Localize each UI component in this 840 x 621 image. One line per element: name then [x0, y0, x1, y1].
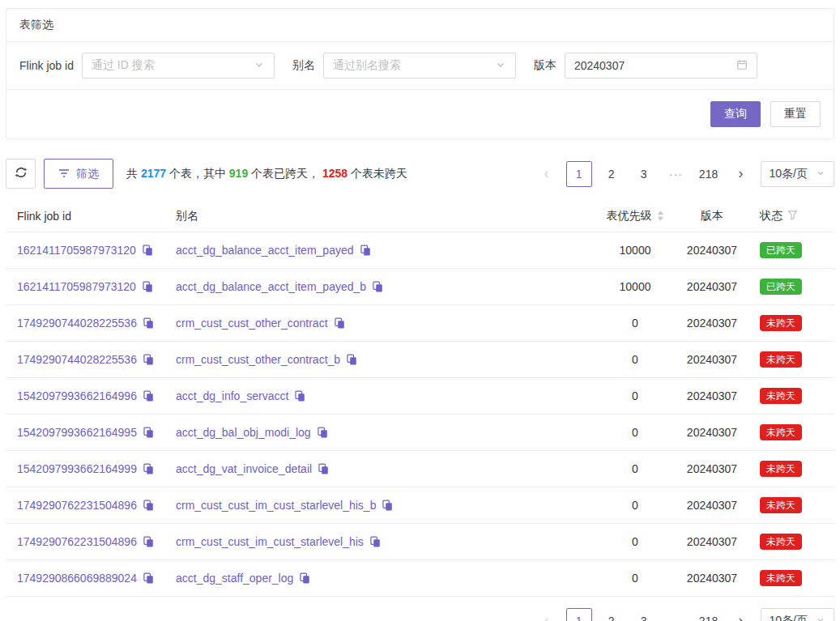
flink-job-id-link[interactable]: 1621411705987973120 — [17, 280, 136, 293]
pagination-page-3[interactable]: 3 — [631, 608, 657, 621]
version-date-input[interactable]: 20240307 — [565, 53, 757, 79]
chevron-down-icon — [254, 59, 265, 73]
field-version: 版本 20240307 — [534, 53, 757, 79]
alias-link[interactable]: acct_dg_staff_oper_log — [176, 572, 293, 585]
summary-part: 个表已跨天， — [248, 167, 322, 180]
pagination-page-218[interactable]: 218 — [696, 161, 722, 187]
alias-link[interactable]: acct_dg_vat_invoice_detail — [176, 462, 312, 475]
copy-icon[interactable] — [142, 245, 153, 256]
filter-card-actions: 查询 重置 — [6, 90, 834, 138]
version-cell: 20240307 — [667, 572, 757, 585]
flink-job-id-link[interactable]: 1749290762231504896 — [17, 535, 137, 548]
summary-total-count: 2177 — [141, 167, 166, 180]
priority-cell: 0 — [603, 426, 667, 439]
copy-icon[interactable] — [143, 500, 154, 511]
flink-job-id-link[interactable]: 1542097993662164999 — [17, 462, 137, 475]
pagination-page-1[interactable]: 1 — [566, 161, 592, 187]
table-row: 1749290762231504896 crm_cust_cust_im_cus… — [6, 524, 834, 560]
copy-icon[interactable] — [369, 536, 381, 547]
pagination-page-3[interactable]: 3 — [631, 161, 657, 187]
copy-icon[interactable] — [143, 354, 154, 365]
copy-icon[interactable] — [143, 536, 154, 547]
copy-icon[interactable] — [143, 317, 154, 329]
status-badge: 未跨天 — [760, 534, 802, 550]
copy-icon[interactable] — [334, 317, 345, 329]
copy-icon[interactable] — [143, 390, 154, 402]
flink-job-id-link[interactable]: 1542097993662164995 — [17, 426, 137, 439]
refresh-button[interactable] — [6, 159, 36, 189]
col-header-priority: 表优先级 — [603, 209, 667, 223]
alias-cell: acct_dg_balance_acct_item_payed — [176, 244, 603, 257]
pagination-page-2[interactable]: 2 — [599, 161, 625, 187]
flink-job-id-cell: 1749290866069889024 — [6, 572, 176, 585]
pagination-page-218[interactable]: 218 — [696, 608, 722, 621]
page: 表筛选 Flink job id 通过 ID 搜索 别名 通过别名搜索 — [0, 0, 840, 621]
alias-select[interactable]: 通过别名搜索 — [323, 53, 516, 79]
status-cell: 未跨天 — [757, 534, 834, 550]
flink-job-id-link[interactable]: 1749290762231504896 — [17, 499, 137, 512]
copy-icon[interactable] — [317, 427, 328, 438]
version-cell: 20240307 — [667, 426, 757, 439]
col-header-status: 状态 — [757, 209, 834, 223]
copy-icon[interactable] — [143, 463, 154, 474]
pagination-next[interactable]: › — [728, 608, 754, 621]
flink-job-id-link[interactable]: 1621411705987973120 — [17, 244, 136, 257]
copy-icon[interactable] — [346, 354, 357, 365]
flink-job-id-link[interactable]: 1749290744028225536 — [17, 317, 137, 330]
sort-icon[interactable] — [657, 211, 664, 221]
flink-job-id-select[interactable]: 通过 ID 搜索 — [82, 53, 275, 79]
alias-link[interactable]: crm_cust_cust_im_cust_starlevel_his — [176, 535, 364, 548]
pagination-prev[interactable]: ‹ — [534, 161, 560, 187]
flink-job-id-cell: 1542097993662164999 — [6, 462, 176, 475]
pagination-page-2[interactable]: 2 — [599, 608, 625, 621]
pagination-bottom: ‹123···218›10条/页 — [6, 608, 834, 621]
col-header-priority-label: 表优先级 — [607, 209, 652, 223]
copy-icon[interactable] — [143, 572, 154, 584]
alias-link[interactable]: acct_dg_balance_acct_item_payed_b — [176, 280, 366, 293]
flink-job-id-label: Flink job id — [19, 59, 74, 72]
field-flink-job-id: Flink job id 通过 ID 搜索 — [19, 53, 275, 79]
alias-cell: crm_cust_cust_other_contract — [176, 317, 603, 330]
copy-icon[interactable] — [299, 572, 310, 584]
flink-job-id-link[interactable]: 1749290866069889024 — [17, 572, 137, 585]
flink-job-id-cell: 1749290744028225536 — [6, 317, 176, 330]
priority-cell: 0 — [603, 389, 667, 402]
pagination-next[interactable]: › — [728, 161, 754, 187]
pagination-ellipsis: ··· — [663, 608, 689, 621]
col-header-flink-job-id: Flink job id — [6, 210, 176, 223]
table-body: 1621411705987973120 acct_dg_balance_acct… — [6, 232, 834, 597]
copy-icon[interactable] — [318, 463, 329, 474]
page-size-select[interactable]: 10条/页 — [761, 161, 834, 187]
copy-icon[interactable] — [294, 390, 305, 402]
reset-button[interactable]: 重置 — [770, 101, 821, 127]
col-header-alias: 别名 — [176, 209, 603, 223]
priority-cell: 0 — [603, 462, 667, 475]
alias-link[interactable]: crm_cust_cust_other_contract_b — [176, 353, 340, 366]
toolbar: 筛选 共 2177 个表，其中 919 个表已跨天， 1258 个表未跨天 ‹1… — [6, 159, 834, 189]
alias-link[interactable]: crm_cust_cust_im_cust_starlevel_his_b — [176, 499, 376, 512]
copy-icon[interactable] — [142, 281, 153, 292]
alias-label: 别名 — [292, 58, 315, 73]
alias-cell: crm_cust_cust_im_cust_starlevel_his_b — [176, 499, 603, 512]
pagination-prev[interactable]: ‹ — [534, 608, 560, 621]
alias-link[interactable]: acct_dg_balance_acct_item_payed — [176, 244, 354, 257]
status-badge: 已跨天 — [760, 279, 802, 295]
copy-icon[interactable] — [360, 245, 371, 256]
version-label: 版本 — [534, 58, 556, 73]
copy-icon[interactable] — [372, 281, 383, 292]
status-badge: 未跨天 — [760, 351, 802, 368]
alias-cell: acct_dg_bal_obj_modi_log — [176, 426, 603, 439]
copy-icon[interactable] — [143, 427, 154, 438]
page-size-select[interactable]: 10条/页 — [761, 608, 834, 621]
alias-link[interactable]: crm_cust_cust_other_contract — [176, 317, 328, 330]
pagination-page-1[interactable]: 1 — [566, 608, 592, 621]
alias-link[interactable]: acct_dg_bal_obj_modi_log — [176, 426, 311, 439]
filter-toggle-button[interactable]: 筛选 — [44, 159, 113, 189]
status-cell: 未跨天 — [757, 315, 834, 331]
flink-job-id-link[interactable]: 1749290744028225536 — [17, 353, 137, 366]
filter-funnel-icon[interactable] — [787, 210, 798, 223]
copy-icon[interactable] — [382, 500, 393, 511]
flink-job-id-link[interactable]: 1542097993662164996 — [17, 389, 137, 402]
alias-link[interactable]: acct_dg_info_servacct — [176, 389, 288, 402]
query-button[interactable]: 查询 — [710, 101, 761, 127]
